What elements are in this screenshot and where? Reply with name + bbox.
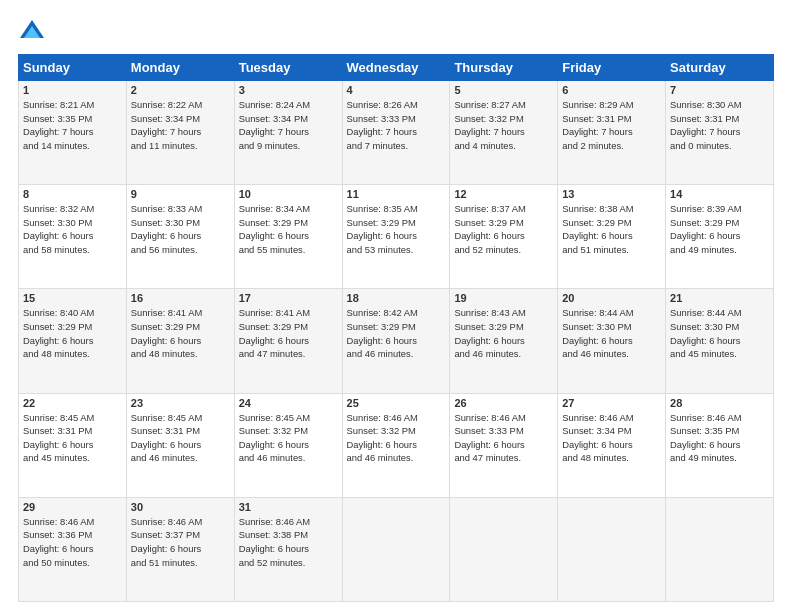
day-cell [450, 497, 558, 601]
day-cell: 17Sunrise: 8:41 AM Sunset: 3:29 PM Dayli… [234, 289, 342, 393]
day-cell: 13Sunrise: 8:38 AM Sunset: 3:29 PM Dayli… [558, 185, 666, 289]
day-detail: Sunrise: 8:42 AM Sunset: 3:29 PM Dayligh… [347, 306, 446, 361]
day-detail: Sunrise: 8:41 AM Sunset: 3:29 PM Dayligh… [131, 306, 230, 361]
day-detail: Sunrise: 8:22 AM Sunset: 3:34 PM Dayligh… [131, 98, 230, 153]
day-number: 11 [347, 188, 446, 200]
day-detail: Sunrise: 8:46 AM Sunset: 3:37 PM Dayligh… [131, 515, 230, 570]
day-cell: 5Sunrise: 8:27 AM Sunset: 3:32 PM Daylig… [450, 81, 558, 185]
day-number: 19 [454, 292, 553, 304]
day-cell: 16Sunrise: 8:41 AM Sunset: 3:29 PM Dayli… [126, 289, 234, 393]
day-header-sunday: Sunday [19, 55, 127, 81]
day-detail: Sunrise: 8:43 AM Sunset: 3:29 PM Dayligh… [454, 306, 553, 361]
day-cell: 22Sunrise: 8:45 AM Sunset: 3:31 PM Dayli… [19, 393, 127, 497]
day-cell: 12Sunrise: 8:37 AM Sunset: 3:29 PM Dayli… [450, 185, 558, 289]
day-detail: Sunrise: 8:45 AM Sunset: 3:31 PM Dayligh… [131, 411, 230, 466]
day-number: 25 [347, 397, 446, 409]
week-row-3: 15Sunrise: 8:40 AM Sunset: 3:29 PM Dayli… [19, 289, 774, 393]
day-number: 16 [131, 292, 230, 304]
day-number: 31 [239, 501, 338, 513]
day-detail: Sunrise: 8:46 AM Sunset: 3:32 PM Dayligh… [347, 411, 446, 466]
day-header-thursday: Thursday [450, 55, 558, 81]
day-cell: 28Sunrise: 8:46 AM Sunset: 3:35 PM Dayli… [666, 393, 774, 497]
day-number: 14 [670, 188, 769, 200]
day-cell [342, 497, 450, 601]
day-number: 18 [347, 292, 446, 304]
day-number: 27 [562, 397, 661, 409]
day-number: 6 [562, 84, 661, 96]
day-detail: Sunrise: 8:44 AM Sunset: 3:30 PM Dayligh… [562, 306, 661, 361]
day-cell: 25Sunrise: 8:46 AM Sunset: 3:32 PM Dayli… [342, 393, 450, 497]
logo-icon [18, 18, 46, 46]
day-detail: Sunrise: 8:46 AM Sunset: 3:34 PM Dayligh… [562, 411, 661, 466]
day-header-tuesday: Tuesday [234, 55, 342, 81]
day-number: 8 [23, 188, 122, 200]
day-number: 9 [131, 188, 230, 200]
day-detail: Sunrise: 8:30 AM Sunset: 3:31 PM Dayligh… [670, 98, 769, 153]
day-cell: 9Sunrise: 8:33 AM Sunset: 3:30 PM Daylig… [126, 185, 234, 289]
day-header-saturday: Saturday [666, 55, 774, 81]
day-number: 29 [23, 501, 122, 513]
day-detail: Sunrise: 8:32 AM Sunset: 3:30 PM Dayligh… [23, 202, 122, 257]
day-cell: 20Sunrise: 8:44 AM Sunset: 3:30 PM Dayli… [558, 289, 666, 393]
day-cell: 4Sunrise: 8:26 AM Sunset: 3:33 PM Daylig… [342, 81, 450, 185]
day-number: 17 [239, 292, 338, 304]
day-cell: 7Sunrise: 8:30 AM Sunset: 3:31 PM Daylig… [666, 81, 774, 185]
day-cell: 23Sunrise: 8:45 AM Sunset: 3:31 PM Dayli… [126, 393, 234, 497]
day-number: 23 [131, 397, 230, 409]
day-detail: Sunrise: 8:45 AM Sunset: 3:32 PM Dayligh… [239, 411, 338, 466]
day-detail: Sunrise: 8:37 AM Sunset: 3:29 PM Dayligh… [454, 202, 553, 257]
day-number: 24 [239, 397, 338, 409]
day-detail: Sunrise: 8:46 AM Sunset: 3:36 PM Dayligh… [23, 515, 122, 570]
day-number: 13 [562, 188, 661, 200]
day-number: 28 [670, 397, 769, 409]
week-row-5: 29Sunrise: 8:46 AM Sunset: 3:36 PM Dayli… [19, 497, 774, 601]
day-detail: Sunrise: 8:39 AM Sunset: 3:29 PM Dayligh… [670, 202, 769, 257]
day-number: 15 [23, 292, 122, 304]
calendar-table: SundayMondayTuesdayWednesdayThursdayFrid… [18, 54, 774, 602]
day-detail: Sunrise: 8:46 AM Sunset: 3:38 PM Dayligh… [239, 515, 338, 570]
day-number: 3 [239, 84, 338, 96]
day-cell: 11Sunrise: 8:35 AM Sunset: 3:29 PM Dayli… [342, 185, 450, 289]
day-cell: 18Sunrise: 8:42 AM Sunset: 3:29 PM Dayli… [342, 289, 450, 393]
day-number: 21 [670, 292, 769, 304]
day-number: 30 [131, 501, 230, 513]
day-detail: Sunrise: 8:29 AM Sunset: 3:31 PM Dayligh… [562, 98, 661, 153]
day-number: 7 [670, 84, 769, 96]
day-cell: 10Sunrise: 8:34 AM Sunset: 3:29 PM Dayli… [234, 185, 342, 289]
day-number: 10 [239, 188, 338, 200]
day-number: 22 [23, 397, 122, 409]
day-cell: 3Sunrise: 8:24 AM Sunset: 3:34 PM Daylig… [234, 81, 342, 185]
day-cell: 24Sunrise: 8:45 AM Sunset: 3:32 PM Dayli… [234, 393, 342, 497]
day-number: 12 [454, 188, 553, 200]
day-number: 26 [454, 397, 553, 409]
day-cell [666, 497, 774, 601]
day-detail: Sunrise: 8:27 AM Sunset: 3:32 PM Dayligh… [454, 98, 553, 153]
day-detail: Sunrise: 8:24 AM Sunset: 3:34 PM Dayligh… [239, 98, 338, 153]
day-cell: 8Sunrise: 8:32 AM Sunset: 3:30 PM Daylig… [19, 185, 127, 289]
day-cell: 21Sunrise: 8:44 AM Sunset: 3:30 PM Dayli… [666, 289, 774, 393]
week-row-1: 1Sunrise: 8:21 AM Sunset: 3:35 PM Daylig… [19, 81, 774, 185]
day-number: 5 [454, 84, 553, 96]
day-detail: Sunrise: 8:35 AM Sunset: 3:29 PM Dayligh… [347, 202, 446, 257]
day-detail: Sunrise: 8:40 AM Sunset: 3:29 PM Dayligh… [23, 306, 122, 361]
day-header-friday: Friday [558, 55, 666, 81]
day-cell [558, 497, 666, 601]
day-cell: 1Sunrise: 8:21 AM Sunset: 3:35 PM Daylig… [19, 81, 127, 185]
day-number: 4 [347, 84, 446, 96]
day-cell: 29Sunrise: 8:46 AM Sunset: 3:36 PM Dayli… [19, 497, 127, 601]
day-number: 1 [23, 84, 122, 96]
week-row-2: 8Sunrise: 8:32 AM Sunset: 3:30 PM Daylig… [19, 185, 774, 289]
day-detail: Sunrise: 8:46 AM Sunset: 3:33 PM Dayligh… [454, 411, 553, 466]
day-cell: 19Sunrise: 8:43 AM Sunset: 3:29 PM Dayli… [450, 289, 558, 393]
day-cell: 15Sunrise: 8:40 AM Sunset: 3:29 PM Dayli… [19, 289, 127, 393]
day-cell: 6Sunrise: 8:29 AM Sunset: 3:31 PM Daylig… [558, 81, 666, 185]
week-row-4: 22Sunrise: 8:45 AM Sunset: 3:31 PM Dayli… [19, 393, 774, 497]
page: SundayMondayTuesdayWednesdayThursdayFrid… [0, 0, 792, 612]
day-detail: Sunrise: 8:44 AM Sunset: 3:30 PM Dayligh… [670, 306, 769, 361]
day-detail: Sunrise: 8:41 AM Sunset: 3:29 PM Dayligh… [239, 306, 338, 361]
day-header-monday: Monday [126, 55, 234, 81]
header [18, 18, 774, 46]
day-header-row: SundayMondayTuesdayWednesdayThursdayFrid… [19, 55, 774, 81]
day-detail: Sunrise: 8:33 AM Sunset: 3:30 PM Dayligh… [131, 202, 230, 257]
day-number: 2 [131, 84, 230, 96]
